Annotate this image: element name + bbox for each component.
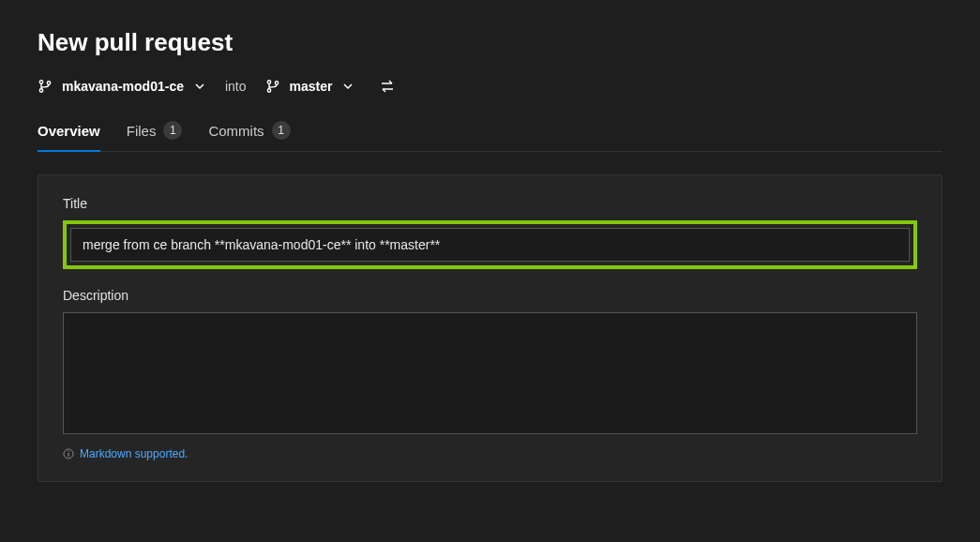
svg-point-5 bbox=[275, 82, 278, 84]
tab-label: Overview bbox=[38, 123, 100, 139]
tab-label: Commits bbox=[208, 123, 264, 139]
description-label: Description bbox=[63, 288, 917, 303]
svg-point-1 bbox=[39, 89, 42, 92]
page-title: New pull request bbox=[38, 28, 942, 57]
title-highlight-box bbox=[63, 220, 917, 269]
chevron-down-icon bbox=[341, 80, 354, 93]
tabs-bar: Overview Files 1 Commits 1 bbox=[38, 121, 942, 152]
svg-point-2 bbox=[47, 82, 50, 84]
title-input[interactable] bbox=[70, 228, 910, 262]
tab-files[interactable]: Files 1 bbox=[127, 121, 183, 151]
title-label: Title bbox=[63, 196, 917, 211]
markdown-supported-link[interactable]: Markdown supported. bbox=[80, 447, 188, 460]
count-badge: 1 bbox=[163, 121, 182, 140]
target-branch-selector[interactable]: master bbox=[265, 79, 355, 94]
svg-point-0 bbox=[39, 81, 42, 83]
markdown-hint: Markdown supported. bbox=[63, 447, 917, 460]
form-panel: Title Description Markdown supported. bbox=[38, 174, 942, 482]
tab-commits[interactable]: Commits 1 bbox=[208, 121, 290, 151]
branch-icon bbox=[265, 79, 280, 94]
svg-point-4 bbox=[267, 89, 270, 92]
count-badge: 1 bbox=[272, 121, 291, 140]
swap-branches-icon[interactable] bbox=[379, 78, 396, 95]
tab-overview[interactable]: Overview bbox=[38, 121, 100, 151]
svg-point-3 bbox=[267, 81, 270, 83]
svg-point-7 bbox=[68, 451, 68, 452]
info-icon bbox=[63, 448, 74, 459]
target-branch-name: master bbox=[290, 79, 333, 94]
chevron-down-icon bbox=[193, 80, 206, 93]
branch-selector-row: mkavana-mod01-ce into master bbox=[38, 78, 942, 95]
into-label: into bbox=[219, 79, 252, 94]
source-branch-name: mkavana-mod01-ce bbox=[62, 79, 184, 94]
branch-icon bbox=[38, 79, 53, 94]
tab-label: Files bbox=[127, 123, 157, 139]
source-branch-selector[interactable]: mkavana-mod01-ce bbox=[38, 79, 206, 94]
description-textarea[interactable] bbox=[63, 312, 917, 434]
